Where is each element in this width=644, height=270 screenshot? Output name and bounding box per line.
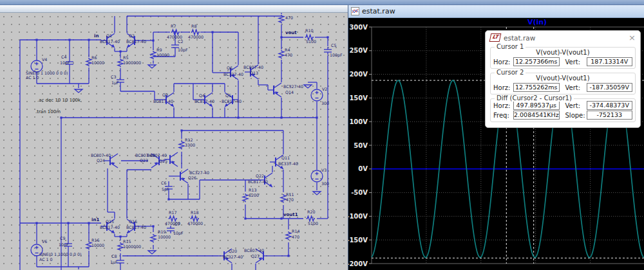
component-label[interactable]: R14 (292, 229, 299, 233)
component-label[interactable]: 5100 (308, 221, 318, 226)
component-label[interactable]: 1000000 (123, 244, 141, 249)
component-label[interactable]: Q14 (285, 90, 294, 94)
component-label[interactable]: R9 (156, 48, 162, 52)
component-label[interactable]: C4 (61, 55, 66, 59)
component-label[interactable]: 470 (292, 235, 299, 239)
component-label[interactable]: 10000 (91, 243, 104, 248)
resistor[interactable] (151, 234, 156, 242)
component-label[interactable]: Q2 (129, 33, 135, 38)
component-label[interactable]: BC817-40 (100, 225, 120, 230)
component-label[interactable]: AC 1 0 (26, 75, 39, 80)
cursor-dialog[interactable]: LT estat.raw × Cursor 1V(vout)-V(vout1)H… (485, 30, 641, 128)
component-label[interactable]: Q25 (159, 159, 167, 163)
legend-vin[interactable]: V(in) (527, 18, 547, 26)
component-label[interactable]: 470 (285, 15, 293, 20)
component-label[interactable]: 10pF (59, 242, 69, 248)
ground-symbol[interactable] (313, 192, 321, 195)
component-label[interactable]: C9 (60, 236, 65, 240)
component-label[interactable]: 470000 (188, 35, 204, 39)
resistor[interactable] (281, 194, 286, 203)
component-label[interactable]: Q27 (251, 254, 260, 258)
cursor-field-value[interactable]: 12.755262ms (513, 83, 560, 92)
schematic-canvas[interactable]: Q1BC817-40Q2BC817-40R610000C410pFV4SINE(… (0, 5, 348, 270)
resistor[interactable] (191, 216, 199, 221)
pnp-transistor[interactable] (175, 169, 188, 183)
component-label[interactable]: BC807-40 (91, 153, 111, 158)
component-label[interactable]: 1000000 (123, 60, 141, 65)
component-label[interactable]: 300 (321, 181, 329, 186)
close-icon[interactable]: × (629, 33, 636, 42)
resistor[interactable] (86, 58, 91, 66)
cursor-field-value[interactable]: 187.13314V (587, 57, 633, 66)
component-label[interactable]: 1µF (110, 260, 118, 265)
component-label[interactable]: C2 (178, 39, 183, 44)
component-label[interactable]: Q4 (199, 93, 205, 98)
resistor[interactable] (191, 30, 200, 35)
cursor-field-value[interactable]: 497.89537µs (513, 101, 560, 110)
component-label[interactable]: BC807-40 (243, 65, 263, 69)
resistor[interactable] (118, 59, 123, 67)
component-label[interactable]: 10000 (158, 235, 171, 239)
component-label[interactable]: C8 (111, 254, 117, 258)
component-label[interactable]: Q5 (225, 93, 231, 98)
capacitor[interactable] (117, 258, 124, 266)
component-label[interactable]: V6 (42, 239, 47, 244)
resistor[interactable] (179, 141, 184, 149)
component-label[interactable]: Q11 (281, 156, 290, 160)
resistor[interactable] (307, 216, 315, 221)
component-label[interactable]: C5 (331, 43, 336, 48)
cursor-field-value[interactable]: 12.257366ms (513, 57, 560, 66)
component-label[interactable]: V4 (42, 57, 47, 62)
component-label[interactable]: BC817-40 (100, 39, 120, 44)
component-label[interactable]: C6 (161, 181, 166, 185)
component-label[interactable]: BC327-40 (223, 255, 243, 259)
component-label[interactable]: C3 (111, 75, 116, 79)
component-label[interactable]: 1µF (111, 80, 119, 86)
component-label[interactable]: C7 (175, 222, 180, 226)
resistor[interactable] (169, 216, 177, 221)
component-label[interactable]: 5pF (162, 187, 169, 192)
component-label[interactable]: 470000 (167, 35, 182, 39)
cursor-field-value[interactable]: -752133 (587, 111, 633, 120)
cursor-field-value[interactable]: 2.0084541KHz (513, 111, 560, 120)
component-label[interactable]: R19 (158, 230, 166, 234)
component-label[interactable]: 10000 (156, 53, 169, 57)
component-label[interactable]: R10 (305, 28, 313, 33)
component-label[interactable]: Q22 (256, 174, 264, 178)
component-label[interactable]: BC327-40 (223, 72, 243, 76)
ground-symbol[interactable] (75, 89, 82, 93)
spice-directive[interactable]: .ac dec 10 10 100k (37, 98, 81, 103)
component-label[interactable]: SINE(0 1 1000 0 0 0) (26, 71, 68, 75)
component-label[interactable]: R7 (171, 24, 176, 28)
component-label[interactable]: Q3 (162, 93, 168, 97)
component-label[interactable]: 5100 (306, 39, 316, 44)
component-label[interactable]: R6 (91, 55, 97, 60)
component-label[interactable]: BC817-40 (248, 179, 268, 184)
ground-symbol[interactable] (148, 251, 156, 254)
ground-symbol[interactable] (148, 65, 156, 68)
component-label[interactable]: 10pF (173, 231, 184, 236)
component-label[interactable]: V2 (322, 87, 327, 91)
component-label[interactable]: Q20 (229, 249, 237, 253)
voltage-source[interactable] (311, 89, 323, 101)
component-label[interactable]: Q13 (250, 71, 258, 75)
component-label[interactable]: R17 (169, 210, 176, 215)
main-window-titlebar[interactable] (0, 0, 644, 5)
component-label[interactable]: R15 (123, 239, 131, 244)
component-label[interactable]: Q24 (97, 158, 105, 163)
component-label[interactable]: 470 (286, 197, 294, 202)
component-label[interactable]: 10pF (178, 48, 188, 53)
scope-titlebar[interactable]: estat.raw (348, 5, 644, 18)
net-label[interactable]: in1 (91, 217, 99, 222)
component-label[interactable]: BC807-40 (244, 248, 264, 253)
component-label[interactable]: R4 (285, 48, 290, 52)
component-label[interactable]: Q16 (129, 219, 137, 224)
component-label[interactable]: BC817-40 (194, 99, 214, 104)
component-label[interactable]: Q1 (106, 33, 112, 38)
component-label[interactable]: V3 (321, 168, 327, 172)
net-label[interactable]: in (94, 33, 99, 39)
component-label[interactable]: BC807-40 (135, 153, 155, 158)
component-label[interactable]: R5 (123, 55, 128, 60)
component-label[interactable]: BC817-40 (153, 99, 173, 104)
component-label[interactable]: 100pF (330, 53, 343, 58)
